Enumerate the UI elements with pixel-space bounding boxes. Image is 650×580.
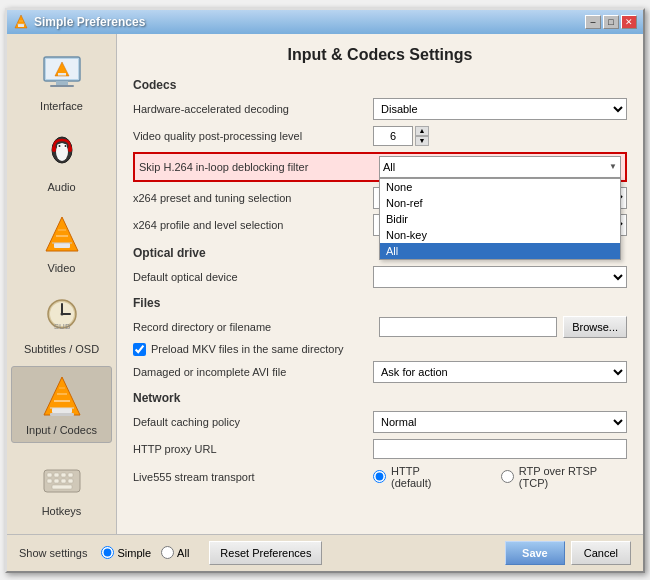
cancel-button[interactable]: Cancel xyxy=(571,541,631,565)
video-quality-spinner: ▲ ▼ xyxy=(373,126,627,146)
all-radio[interactable] xyxy=(161,546,174,559)
minimize-button[interactable]: – xyxy=(585,15,601,29)
spinner-down[interactable]: ▼ xyxy=(415,136,429,146)
browse-button[interactable]: Browse... xyxy=(563,316,627,338)
svg-rect-42 xyxy=(54,479,59,483)
preload-mkv-label: Preload MKV files in the same directory xyxy=(151,343,344,355)
option-all[interactable]: All xyxy=(380,243,620,259)
title-bar-buttons: – □ ✕ xyxy=(585,15,637,29)
sidebar-item-video[interactable]: Video xyxy=(11,204,112,281)
svg-rect-41 xyxy=(47,479,52,483)
simple-radio-label: Simple xyxy=(101,546,151,559)
caching-label: Default caching policy xyxy=(133,416,373,428)
caching-control: Normal Lowest latency Low latency High l… xyxy=(373,411,627,433)
files-section-label: Files xyxy=(133,296,627,310)
svg-rect-30 xyxy=(52,408,72,413)
spinner-up[interactable]: ▲ xyxy=(415,126,429,136)
hardware-decoding-label: Hardware-accelerated decoding xyxy=(133,103,373,115)
skip-h264-row: Skip H.264 in-loop deblocking filter All… xyxy=(133,152,627,182)
svg-point-14 xyxy=(58,145,60,147)
show-settings-label: Show settings xyxy=(19,547,87,559)
simple-radio[interactable] xyxy=(101,546,114,559)
hardware-decoding-select[interactable]: Disable Auto DxVA2 xyxy=(373,98,627,120)
all-radio-label: All xyxy=(161,546,189,559)
svg-rect-6 xyxy=(56,81,68,85)
bottom-bar: Show settings Simple All Reset Preferenc… xyxy=(7,534,643,571)
sidebar-label-input-codecs: Input / Codecs xyxy=(26,424,97,436)
caching-select[interactable]: Normal Lowest latency Low latency High l… xyxy=(373,411,627,433)
skip-h264-trigger[interactable]: All ▼ xyxy=(379,156,621,178)
svg-rect-39 xyxy=(61,473,66,477)
sidebar-item-subtitles[interactable]: SUB Subtitles / OSD xyxy=(11,285,112,362)
codecs-section-label: Codecs xyxy=(133,78,627,92)
live555-rtp-radio[interactable] xyxy=(501,470,514,483)
damaged-avi-row: Damaged or incomplete AVI file Ask for a… xyxy=(133,361,627,383)
damaged-avi-select[interactable]: Ask for action Always fix Never fix xyxy=(373,361,627,383)
dropdown-arrow-icon: ▼ xyxy=(609,162,617,171)
main-window: Simple Preferences – □ ✕ xyxy=(5,8,645,573)
maximize-button[interactable]: □ xyxy=(603,15,619,29)
sidebar-item-input-codecs[interactable]: Input / Codecs xyxy=(11,366,112,443)
preload-mkv-checkbox[interactable] xyxy=(133,343,146,356)
svg-text:SUB: SUB xyxy=(53,322,69,331)
svg-rect-31 xyxy=(50,413,74,416)
damaged-avi-label: Damaged or incomplete AVI file xyxy=(133,366,373,378)
skip-h264-dropdown-container: All ▼ None Non-ref Bidir Non-key All xyxy=(379,156,621,178)
skip-h264-dropdown-list: None Non-ref Bidir Non-key All xyxy=(379,178,621,260)
title-bar: Simple Preferences – □ ✕ xyxy=(7,10,643,34)
interface-icon xyxy=(38,49,86,97)
close-button[interactable]: ✕ xyxy=(621,15,637,29)
option-nonref[interactable]: Non-ref xyxy=(380,195,620,211)
http-proxy-input[interactable] xyxy=(373,439,627,459)
http-proxy-row: HTTP proxy URL xyxy=(133,438,627,460)
option-none[interactable]: None xyxy=(380,179,620,195)
window-body: Interface xyxy=(7,34,643,534)
http-proxy-label: HTTP proxy URL xyxy=(133,443,373,455)
sidebar: Interface xyxy=(7,34,117,534)
svg-point-27 xyxy=(60,312,63,315)
sidebar-item-interface[interactable]: Interface xyxy=(11,42,112,119)
live555-http-radio[interactable] xyxy=(373,470,386,483)
record-dir-input[interactable] xyxy=(379,317,557,337)
main-content: Input & Codecs Settings Codecs Hardware-… xyxy=(117,34,643,534)
svg-rect-45 xyxy=(52,485,72,489)
bottom-right: Save Cancel xyxy=(505,541,631,565)
optical-device-control xyxy=(373,266,627,288)
svg-rect-7 xyxy=(50,85,74,87)
sidebar-label-audio: Audio xyxy=(47,181,75,193)
network-section-label: Network xyxy=(133,391,627,405)
record-dir-row: Record directory or filename Browse... xyxy=(133,316,627,338)
x264-preset-label: x264 preset and tuning selection xyxy=(133,192,373,204)
svg-rect-43 xyxy=(61,479,66,483)
option-nonkey[interactable]: Non-key xyxy=(380,227,620,243)
reset-button[interactable]: Reset Preferences xyxy=(209,541,322,565)
svg-rect-40 xyxy=(68,473,73,477)
optical-device-label: Default optical device xyxy=(133,271,373,283)
video-quality-control: ▲ ▼ xyxy=(373,126,627,146)
record-dir-label: Record directory or filename xyxy=(133,321,373,333)
optical-device-select[interactable] xyxy=(373,266,627,288)
svg-rect-37 xyxy=(47,473,52,477)
skip-h264-label: Skip H.264 in-loop deblocking filter xyxy=(139,161,379,173)
save-button[interactable]: Save xyxy=(505,541,565,565)
app-icon xyxy=(13,14,29,30)
option-bidir[interactable]: Bidir xyxy=(380,211,620,227)
live555-row: Live555 stream transport HTTP (default) … xyxy=(133,465,627,489)
svg-point-15 xyxy=(64,145,66,147)
skip-h264-value: All xyxy=(383,161,395,173)
page-title: Input & Codecs Settings xyxy=(133,46,627,64)
video-quality-label: Video quality post-processing level xyxy=(133,130,373,142)
sidebar-label-subtitles: Subtitles / OSD xyxy=(24,343,99,355)
simple-label: Simple xyxy=(117,547,151,559)
sidebar-label-interface: Interface xyxy=(40,100,83,112)
caching-row: Default caching policy Normal Lowest lat… xyxy=(133,411,627,433)
live555-label: Live555 stream transport xyxy=(133,471,373,483)
optical-device-row: Default optical device xyxy=(133,266,627,288)
preload-mkv-row: Preload MKV files in the same directory xyxy=(133,343,627,356)
sidebar-item-hotkeys[interactable]: Hotkeys xyxy=(11,447,112,524)
window-title: Simple Preferences xyxy=(34,15,145,29)
live555-http-label: HTTP (default) xyxy=(391,465,461,489)
video-quality-input[interactable] xyxy=(373,126,413,146)
x264-profile-label: x264 profile and level selection xyxy=(133,219,373,231)
sidebar-item-audio[interactable]: Audio xyxy=(11,123,112,200)
